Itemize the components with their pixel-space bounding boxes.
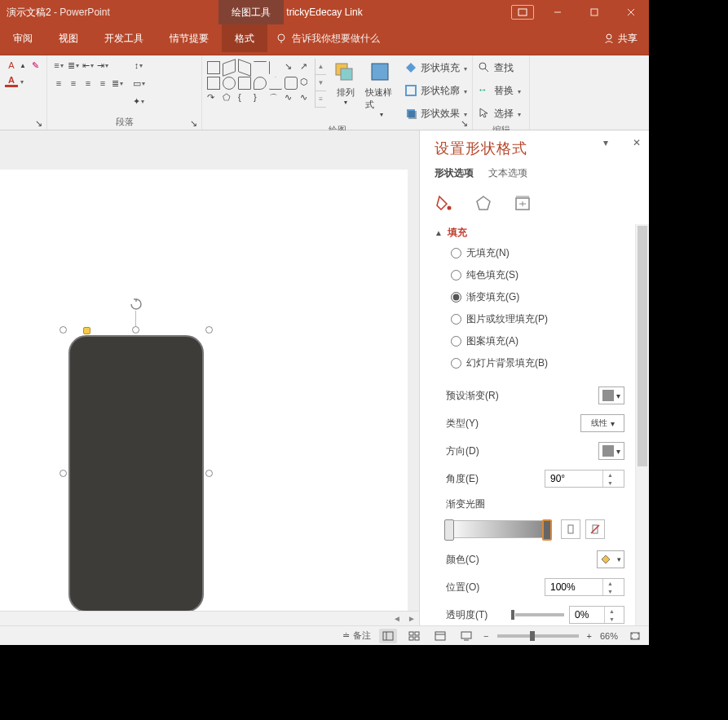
zoom-in-button[interactable]: + <box>587 631 592 641</box>
tab-format[interactable]: 格式 <box>222 24 267 52</box>
tab-text-options[interactable]: 文本选项 <box>488 166 527 180</box>
notes-button[interactable]: ≐备注 <box>342 629 371 642</box>
zoom-out-button[interactable]: − <box>483 631 488 641</box>
minimize-button[interactable] <box>539 0 576 24</box>
align-right-button[interactable]: ≡ <box>82 77 95 90</box>
preset-gradient-dropdown[interactable]: ▾ <box>598 387 624 404</box>
gallery-scroll[interactable]: ▲▼≡ <box>315 59 326 108</box>
rounded-rectangle-shape[interactable] <box>68 335 204 612</box>
adjustment-handle[interactable] <box>83 327 90 334</box>
cursor-icon <box>478 107 491 120</box>
indent-increase-button[interactable]: ⇥ <box>96 59 109 72</box>
numbering-button[interactable]: ≣ <box>67 59 80 72</box>
slide-sorter-button[interactable] <box>405 629 423 643</box>
rotate-handle[interactable] <box>130 298 143 311</box>
tab-shape-options[interactable]: 形状选项 <box>435 166 474 180</box>
arrange-button[interactable]: 排列▾ <box>329 59 362 106</box>
font-color[interactable]: A <box>5 74 26 87</box>
select-button[interactable]: 选择 <box>478 104 521 122</box>
add-gradient-stop-button[interactable] <box>561 519 580 539</box>
find-button[interactable]: 查找 <box>478 59 521 77</box>
transparency-slider[interactable] <box>515 613 564 616</box>
reading-view-button[interactable] <box>431 629 449 643</box>
fill-picture-radio[interactable]: 图片或纹理填充(P) <box>451 312 646 326</box>
svg-point-5 <box>278 34 285 41</box>
clear-formatting-icon[interactable]: ✎ <box>29 59 42 72</box>
paragraph-dialog-launcher[interactable]: ↘ <box>190 118 200 128</box>
resize-handle[interactable] <box>60 326 67 333</box>
fill-line-tab-icon[interactable] <box>435 193 454 213</box>
zoom-level[interactable]: 66% <box>600 631 618 641</box>
fit-to-window-button[interactable] <box>626 629 644 643</box>
justify-button[interactable]: ≡ <box>96 77 109 90</box>
replace-icon: ↔ <box>478 84 491 97</box>
contextual-tab-drawing-tools[interactable]: 绘图工具 <box>218 0 284 24</box>
tab-devtools[interactable]: 开发工具 <box>91 24 157 52</box>
slide-canvas[interactable]: ◄ ► <box>0 130 419 625</box>
size-properties-tab-icon[interactable] <box>513 193 532 213</box>
align-left-button[interactable]: ≡ <box>52 77 65 90</box>
gradient-direction-dropdown[interactable]: ▾ <box>598 442 624 460</box>
share-button[interactable]: 共享 <box>592 24 649 52</box>
indent-decrease-button[interactable]: ⇤ <box>82 59 95 72</box>
normal-view-button[interactable] <box>379 629 397 643</box>
align-text-button[interactable]: ▭ <box>132 77 145 90</box>
align-center-button[interactable]: ≡ <box>67 77 80 90</box>
fill-section-header[interactable]: ▲ 填充 <box>435 224 646 246</box>
tab-view[interactable]: 视图 <box>46 24 91 52</box>
selected-shape[interactable] <box>64 330 209 617</box>
transparency-input[interactable]: ▲▼ <box>569 606 624 624</box>
fill-solid-radio[interactable]: 纯色填充(S) <box>451 268 646 282</box>
maximize-button[interactable] <box>576 0 612 24</box>
tab-review[interactable]: 审阅 <box>0 24 46 52</box>
quick-styles-button[interactable]: 快速样式▾ <box>365 59 398 118</box>
effects-tab-icon[interactable] <box>474 193 493 213</box>
scroll-right-icon[interactable]: ► <box>404 612 419 626</box>
shapes-gallery[interactable]: ↘↗ ⬡ ↷⬠{}⌒∿∿ ▲▼≡ <box>207 59 326 108</box>
slideshow-button[interactable] <box>457 629 475 643</box>
line-spacing-button[interactable]: ≣ <box>111 77 124 90</box>
title-center-text: trickyEdecay Link <box>286 7 362 18</box>
ribbon-display-options-icon[interactable] <box>511 5 534 20</box>
gradient-stop-selected[interactable] <box>542 519 552 541</box>
gradient-direction-label: 方向(D) <box>446 444 479 458</box>
font-dialog-launcher[interactable]: ↘ <box>35 118 45 128</box>
pane-close-button[interactable]: ✕ <box>633 137 641 148</box>
scroll-left-icon[interactable]: ◄ <box>390 612 404 626</box>
shape-fill-button[interactable]: 形状填充 <box>404 59 467 77</box>
replace-button[interactable]: ↔替换 <box>478 82 521 99</box>
font-size-increase[interactable]: A▲ <box>5 59 26 72</box>
tell-me-search[interactable]: 告诉我你想要做什么 <box>267 24 388 52</box>
zoom-slider[interactable] <box>497 634 579 638</box>
close-button[interactable] <box>612 0 649 24</box>
gradient-stops-slider[interactable] <box>446 520 552 538</box>
resize-handle[interactable] <box>60 470 67 477</box>
resize-handle[interactable] <box>205 470 213 477</box>
smartart-button[interactable]: ✦ <box>132 95 145 108</box>
drawing-dialog-launcher[interactable]: ↘ <box>461 118 470 128</box>
text-direction-button[interactable]: ↕ <box>132 59 145 72</box>
tab-storyboarding[interactable]: 情节提要 <box>157 24 222 52</box>
fill-none-radio[interactable]: 无填充(N) <box>451 246 646 260</box>
pane-options-button[interactable]: ▾ <box>603 137 608 148</box>
fill-slidebg-radio[interactable]: 幻灯片背景填充(B) <box>451 356 646 370</box>
svg-rect-27 <box>415 632 419 635</box>
stop-color-dropdown[interactable]: ▾ <box>597 550 624 568</box>
gradient-type-dropdown[interactable]: 线性▾ <box>580 414 624 432</box>
shape-effects-button[interactable]: 形状效果 <box>404 104 467 122</box>
shape-outline-button[interactable]: 形状轮廓 <box>404 82 467 99</box>
stop-position-input[interactable]: ▲▼ <box>545 578 624 596</box>
bullets-button[interactable]: ≡ <box>52 59 65 72</box>
gradient-stop[interactable] <box>444 519 454 541</box>
fill-pattern-radio[interactable]: 图案填充(A) <box>451 334 646 348</box>
resize-handle[interactable] <box>132 326 139 333</box>
add-stop-icon <box>565 523 576 535</box>
remove-gradient-stop-button[interactable] <box>585 519 605 539</box>
pane-vertical-scrollbar[interactable] <box>635 224 649 625</box>
svg-rect-30 <box>435 632 445 640</box>
resize-handle[interactable] <box>205 326 213 333</box>
svg-rect-21 <box>568 525 573 533</box>
fill-gradient-radio[interactable]: 渐变填充(G) <box>451 290 646 304</box>
gradient-angle-input[interactable]: ▲▼ <box>545 470 624 488</box>
horizontal-scrollbar[interactable]: ◄ ► <box>0 611 419 625</box>
